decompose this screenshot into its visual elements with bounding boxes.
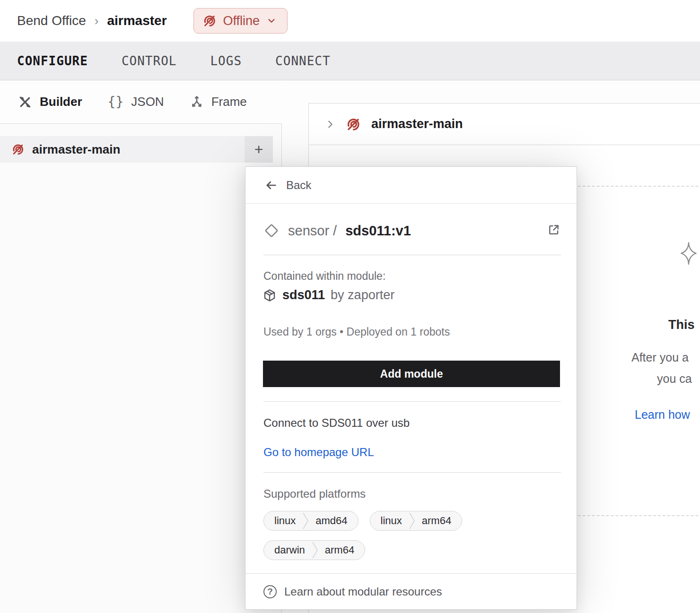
resource-title: sensor / sds011:v1 (263, 220, 411, 242)
tab-logs[interactable]: LOGS (210, 54, 242, 68)
module-name: sds011 (282, 288, 325, 302)
tab-control[interactable]: CONTROL (122, 54, 177, 68)
machine-status-dropdown[interactable]: Offline (193, 8, 288, 34)
platform-pill: darwin arm64 (263, 540, 365, 560)
add-component-button[interactable]: + (245, 136, 273, 163)
package-icon (262, 288, 277, 302)
platform-arch: arm64 (318, 544, 365, 556)
breadcrumb-separator-icon: › (95, 14, 99, 28)
machine-card-title: airmaster-main (371, 117, 463, 131)
sidebar-item-label: airmaster-main (32, 142, 120, 157)
mode-json-label: JSON (131, 95, 164, 109)
tools-icon (18, 95, 32, 109)
mode-frame[interactable]: Frame (190, 95, 247, 109)
platform-os: darwin (264, 544, 312, 556)
module-description: Connect to SDS011 over usb (263, 416, 410, 430)
resource-detail-popover: Back sensor / sds011:v1 Contained within… (245, 166, 577, 610)
homepage-url-link[interactable]: Go to homepage URL (263, 446, 374, 459)
arrow-left-icon (264, 179, 278, 192)
platform-os: linux (370, 515, 409, 527)
sparkle-icon (680, 241, 697, 266)
tabbar: CONFIGURE CONTROL LOGS CONNECT (0, 42, 700, 80)
supported-platforms-label: Supported platforms (263, 487, 366, 501)
chevron-right-icon[interactable] (325, 119, 335, 130)
divider (263, 255, 561, 255)
empty-state-learn-link[interactable]: Learn how (635, 408, 690, 422)
module-row: sds011 by zaporter (262, 288, 394, 302)
tab-connect[interactable]: CONNECT (275, 54, 331, 68)
platform-arch: amd64 (309, 515, 358, 527)
mode-builder[interactable]: Builder (18, 95, 82, 109)
frame-axes-icon (190, 95, 204, 109)
config-mode-switcher: Builder {} JSON Frame (0, 80, 282, 124)
platform-os: linux (264, 515, 302, 527)
pill-chevron-icon (312, 540, 318, 560)
sidebar-item-airmaster-main[interactable]: airmaster-main (0, 136, 245, 163)
external-link-icon[interactable] (547, 223, 561, 237)
platform-arch: arm64 (415, 515, 462, 527)
mode-json[interactable]: {} JSON (108, 94, 164, 110)
empty-state-line1: After you a (631, 351, 689, 364)
contained-within-label: Contained within module: (263, 270, 385, 283)
breadcrumb-machine-name: airmaster (107, 13, 166, 28)
status-badge-label: Offline (223, 14, 260, 28)
chevron-down-icon (266, 16, 277, 26)
resource-subtype: sensor / (288, 223, 337, 239)
divider (263, 472, 561, 473)
offline-icon (11, 143, 25, 156)
back-button-label: Back (286, 179, 311, 192)
module-author: by zaporter (331, 288, 394, 302)
back-button[interactable]: Back (245, 167, 577, 204)
platform-pill-row: linux amd64 linux arm64 (263, 511, 462, 531)
platform-pill: linux amd64 (263, 511, 359, 531)
platform-pill: linux arm64 (370, 511, 463, 531)
diamond-icon (263, 223, 280, 239)
machine-card-header[interactable]: airmaster-main (309, 104, 700, 145)
divider (263, 401, 561, 402)
config-sidebar: Builder {} JSON Frame (0, 80, 282, 613)
empty-state-line2: you ca (657, 372, 692, 386)
breadcrumb-org-link[interactable]: Bend Office (17, 13, 86, 28)
offline-icon (346, 117, 361, 132)
resource-model: sds011:v1 (345, 223, 411, 239)
module-usage-stats: Used by 1 orgs • Deployed on 1 robots (263, 326, 450, 338)
add-module-button[interactable]: Add module (263, 361, 560, 387)
breadcrumb: Bend Office › airmaster (17, 13, 167, 28)
app-header: Bend Office › airmaster Offline (0, 0, 700, 42)
mode-frame-label: Frame (211, 95, 247, 109)
page-root: Bend Office › airmaster Offline CONFIGUR… (0, 0, 700, 613)
empty-state-heading: This (668, 318, 695, 332)
learn-modular-resources-link[interactable]: ? Learn about modular resources (245, 573, 577, 610)
pill-chevron-icon (409, 511, 415, 531)
tab-configure[interactable]: CONFIGURE (17, 54, 88, 68)
mode-builder-label: Builder (40, 95, 82, 109)
offline-icon (202, 14, 217, 28)
learn-modular-resources-label: Learn about modular resources (284, 585, 442, 598)
question-circle-icon: ? (263, 585, 277, 598)
pill-chevron-icon (302, 511, 309, 531)
platform-pill-row: darwin arm64 (263, 540, 365, 560)
braces-icon: {} (108, 94, 124, 110)
